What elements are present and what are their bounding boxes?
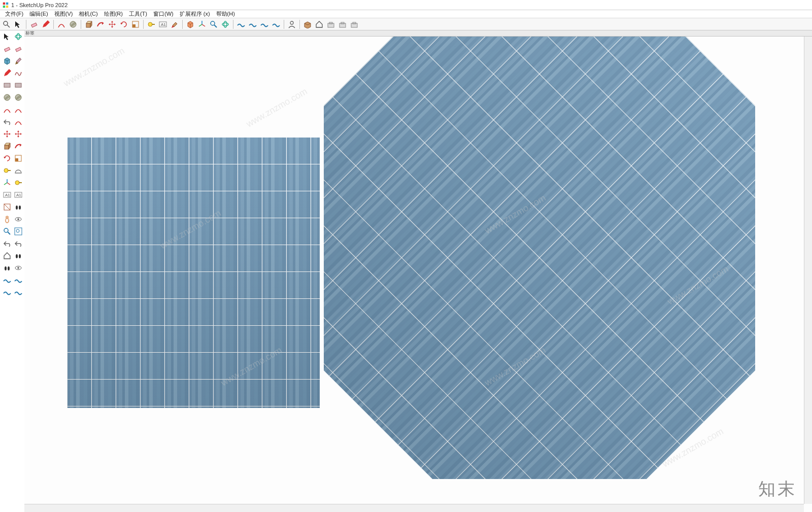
palette-brush-icon[interactable] bbox=[13, 56, 23, 66]
palette-section-icon[interactable] bbox=[2, 202, 12, 212]
modeling-viewport[interactable]: www.znzmo.com www.znzmo.com www.znzmo.co… bbox=[24, 37, 812, 512]
palette-zoomext-icon[interactable] bbox=[13, 226, 23, 236]
palette-undo-arc-icon[interactable] bbox=[2, 117, 12, 127]
toolbar-separator bbox=[284, 20, 284, 29]
menu-item-1[interactable]: 编辑(E) bbox=[26, 10, 51, 18]
palette-pan-icon[interactable] bbox=[2, 214, 12, 224]
menu-item-6[interactable]: 窗口(W) bbox=[150, 10, 177, 18]
palette-axes2-icon[interactable] bbox=[2, 178, 12, 188]
palette-pie-icon[interactable] bbox=[13, 117, 23, 127]
palette-move-red-icon[interactable] bbox=[2, 129, 12, 139]
palette-polygon-icon[interactable] bbox=[13, 92, 23, 103]
select-icon[interactable] bbox=[13, 19, 24, 30]
toolbox2-icon[interactable] bbox=[337, 19, 348, 30]
scene-tab-strip[interactable]: 标签 bbox=[24, 30, 812, 37]
palette-dimension-icon[interactable] bbox=[13, 178, 23, 188]
palette-pencil-red2-icon[interactable] bbox=[2, 68, 12, 78]
palette-cube-blue-icon[interactable] bbox=[2, 56, 12, 66]
vertical-scrollbar[interactable] bbox=[804, 37, 812, 504]
palette-walk2-icon[interactable] bbox=[13, 202, 23, 212]
palette-cursor-icon[interactable] bbox=[2, 31, 12, 42]
menu-item-2[interactable]: 视图(V) bbox=[51, 10, 76, 18]
palette-lookaround-icon[interactable] bbox=[13, 214, 23, 224]
palette-sandboxC-icon[interactable] bbox=[2, 287, 12, 297]
toolbox3-icon[interactable] bbox=[349, 19, 360, 30]
watermark-logo: 知末 bbox=[758, 477, 797, 501]
sandbox3-icon[interactable] bbox=[259, 19, 270, 30]
pencil-icon[interactable] bbox=[40, 19, 51, 30]
sandbox2-icon[interactable] bbox=[247, 19, 258, 30]
axes-icon[interactable] bbox=[196, 19, 208, 30]
horizontal-scrollbar[interactable] bbox=[24, 504, 804, 512]
scale-icon[interactable] bbox=[130, 19, 141, 30]
palette-next-icon[interactable] bbox=[13, 238, 23, 249]
toolbar-separator bbox=[26, 20, 26, 29]
menu-item-8[interactable]: 帮助(H) bbox=[213, 10, 238, 18]
menu-item-7[interactable]: 扩展程序 (x) bbox=[177, 10, 213, 18]
tile-surface-diagonal[interactable] bbox=[324, 37, 755, 479]
tile-surface-diagonal-clip[interactable] bbox=[324, 37, 755, 479]
menu-item-5[interactable]: 工具(T) bbox=[126, 10, 150, 18]
window-title: 1 - SketchUp Pro 2022 bbox=[11, 2, 67, 8]
palette-circle-hatch2-icon[interactable] bbox=[2, 92, 12, 103]
text-icon[interactable] bbox=[157, 19, 168, 30]
move-icon[interactable] bbox=[107, 19, 118, 30]
title-bar: 1 - SketchUp Pro 2022 bbox=[0, 0, 812, 10]
palette-text2-icon[interactable] bbox=[2, 190, 12, 200]
house-icon[interactable] bbox=[314, 19, 325, 30]
palette-move-blue-icon[interactable] bbox=[13, 129, 23, 139]
palette-rect-icon[interactable] bbox=[2, 80, 12, 90]
palette-scale-dark-icon[interactable] bbox=[13, 153, 23, 163]
palette-arc3-icon[interactable] bbox=[13, 105, 23, 115]
menu-item-3[interactable]: 相机(C) bbox=[76, 10, 100, 18]
component-icon[interactable] bbox=[185, 19, 196, 30]
palette-eye-icon[interactable] bbox=[13, 263, 23, 273]
palette-label-icon[interactable] bbox=[13, 190, 23, 200]
user-icon[interactable] bbox=[286, 19, 297, 30]
menu-item-4[interactable]: 绘图(R) bbox=[101, 10, 126, 18]
pushpull-icon[interactable] bbox=[83, 19, 94, 30]
palette-pushpull2-icon[interactable] bbox=[2, 141, 12, 151]
eraser-icon[interactable] bbox=[28, 19, 40, 30]
search-icon[interactable] bbox=[1, 19, 12, 30]
palette-offset-icon[interactable] bbox=[2, 153, 12, 163]
palette-sandboxB-icon[interactable] bbox=[13, 275, 23, 285]
svg-rect-3 bbox=[6, 5, 8, 7]
palette-sandboxA-icon[interactable] bbox=[2, 275, 12, 285]
palette-feet-icon[interactable] bbox=[2, 263, 12, 273]
tape-icon[interactable] bbox=[146, 19, 157, 30]
palette-orbit-small-icon[interactable] bbox=[13, 31, 23, 42]
toolbox1-icon[interactable] bbox=[325, 19, 336, 30]
tool-palette bbox=[1, 30, 23, 298]
arc-icon[interactable] bbox=[56, 19, 67, 30]
scene-tab-label[interactable]: 标签 bbox=[25, 30, 35, 37]
warehouse-icon[interactable] bbox=[302, 19, 313, 30]
watermark-url: www.znzmo.com bbox=[62, 46, 126, 89]
walk-icon[interactable] bbox=[208, 19, 219, 30]
palette-eraser-pink-icon[interactable] bbox=[13, 44, 23, 54]
svg-rect-2 bbox=[3, 5, 5, 7]
palette-prev-icon[interactable] bbox=[2, 238, 12, 249]
palette-protractor-icon[interactable] bbox=[13, 165, 23, 176]
palette-followme2-icon[interactable] bbox=[13, 141, 23, 151]
palette-arc2-icon[interactable] bbox=[2, 105, 12, 115]
palette-sandboxD-icon[interactable] bbox=[13, 287, 23, 297]
sandbox4-icon[interactable] bbox=[270, 19, 282, 30]
rotate-icon[interactable] bbox=[118, 19, 129, 30]
sandbox1-icon[interactable] bbox=[235, 19, 247, 30]
circle-icon[interactable] bbox=[67, 19, 79, 30]
tile-surface-straight[interactable] bbox=[67, 137, 320, 408]
toolbar-separator bbox=[53, 20, 54, 29]
palette-rotrect-icon[interactable] bbox=[13, 80, 23, 90]
paint-icon[interactable] bbox=[169, 19, 180, 30]
menu-item-0[interactable]: 文件(F) bbox=[2, 10, 26, 18]
palette-zoom-icon[interactable] bbox=[2, 226, 12, 236]
orbit-icon[interactable] bbox=[220, 19, 231, 30]
palette-freehand-icon[interactable] bbox=[13, 68, 23, 78]
palette-eraser-big-icon[interactable] bbox=[2, 44, 12, 54]
palette-position-icon[interactable] bbox=[2, 251, 12, 261]
palette-tape2-icon[interactable] bbox=[2, 165, 12, 176]
toolbar-separator bbox=[182, 20, 183, 29]
palette-walk3-icon[interactable] bbox=[13, 251, 23, 261]
followme-icon[interactable] bbox=[95, 19, 106, 30]
